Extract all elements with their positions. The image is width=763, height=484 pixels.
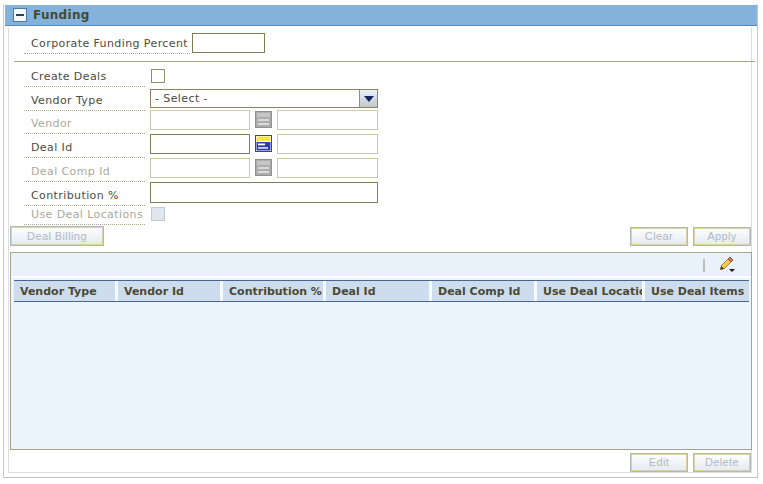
deal-billing-button: Deal Billing xyxy=(10,226,104,246)
vendor-type-selected-value: - Select - xyxy=(155,92,208,105)
corporate-funding-percent-label: Corporate Funding Percent xyxy=(24,35,190,54)
vendor-type-dropdown-button[interactable] xyxy=(359,90,377,107)
column-header-vendor-type: Vendor Type xyxy=(14,281,115,301)
column-header-contribution-pct: Contribution % xyxy=(223,281,323,301)
deal-comp-id-lov-icon xyxy=(255,159,272,176)
vendor-type-select[interactable]: - Select - xyxy=(150,89,378,108)
deal-id-input[interactable] xyxy=(150,134,250,154)
pencil-edit-icon[interactable] xyxy=(717,256,737,274)
collapse-section-button[interactable] xyxy=(13,8,27,22)
column-header-deal-comp-id: Deal Comp Id xyxy=(432,281,534,301)
create-deals-label: Create Deals xyxy=(24,68,145,87)
funding-page: Funding Corporate Funding Percent Create… xyxy=(0,0,763,484)
vendor-type-label: Vendor Type xyxy=(24,92,145,111)
vendor-id-input xyxy=(150,110,250,130)
minus-icon xyxy=(16,14,24,16)
deal-id-label: Deal Id xyxy=(24,139,145,158)
vendor-label: Vendor xyxy=(24,115,145,134)
toolbar-separator xyxy=(703,259,705,272)
column-header-use-deal-items: Use Deal Items xyxy=(645,281,749,301)
table-body-empty xyxy=(11,303,751,449)
deal-comp-id-desc-input xyxy=(277,158,378,178)
create-deals-checkbox[interactable] xyxy=(151,69,165,83)
separator-line xyxy=(14,61,755,62)
column-header-vendor-id: Vendor Id xyxy=(118,281,220,301)
deal-comp-id-input xyxy=(150,158,250,178)
corporate-funding-percent-input[interactable] xyxy=(192,33,265,53)
table-toolbar xyxy=(11,253,751,278)
funding-table: Vendor Type Vendor Id Contribution % Dea… xyxy=(10,252,752,450)
delete-button: Delete xyxy=(693,453,751,472)
clear-button: Clear xyxy=(630,227,688,246)
use-deal-locations-checkbox xyxy=(151,207,165,221)
use-deal-locations-label: Use Deal Locations xyxy=(24,206,145,225)
apply-button: Apply xyxy=(693,227,751,246)
funding-section-header: Funding xyxy=(5,5,757,26)
contribution-pct-label: Contribution % xyxy=(24,187,145,206)
contribution-pct-input[interactable] xyxy=(150,182,378,203)
column-header-use-deal-locations: Use Deal Locations xyxy=(537,281,642,301)
table-header-row: Vendor Type Vendor Id Contribution % Dea… xyxy=(14,280,749,302)
edit-button: Edit xyxy=(630,453,688,472)
deal-id-desc-input xyxy=(277,134,378,154)
vendor-lov-icon xyxy=(255,111,272,128)
chevron-down-icon xyxy=(364,96,374,102)
deal-id-lov-icon[interactable] xyxy=(255,135,272,152)
vendor-desc-input xyxy=(277,110,378,130)
deal-comp-id-label: Deal Comp Id xyxy=(24,163,145,182)
column-header-deal-id: Deal Id xyxy=(326,281,429,301)
section-title: Funding xyxy=(33,8,90,22)
